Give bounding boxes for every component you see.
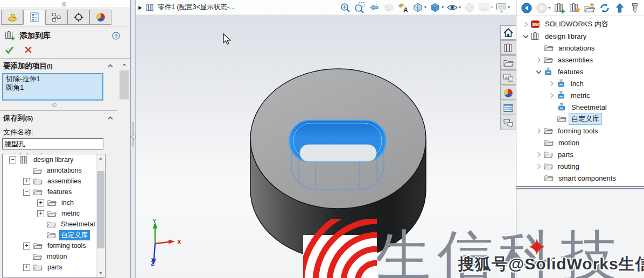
add-to-library-button[interactable]: [554, 2, 565, 14]
tree-scrollbar[interactable]: [96, 154, 105, 277]
listbox-resize-handle[interactable]: [52, 103, 57, 107]
help-icon[interactable]: ?: [111, 31, 121, 40]
expand-toggle[interactable]: +: [23, 178, 30, 185]
taskpane-tab-appearances[interactable]: [500, 85, 516, 100]
manager-tab-featuremanager[interactable]: [1, 10, 23, 25]
chevron-down-icon[interactable]: [535, 68, 543, 76]
tree-item-forming-tools[interactable]: forming tools: [516, 125, 644, 137]
manager-tab-displaymanager[interactable]: [89, 10, 111, 25]
new-folder-button[interactable]: [584, 2, 596, 14]
tree-item-label[interactable]: metric: [59, 209, 82, 218]
tree-item-inch[interactable]: +inch: [3, 197, 105, 208]
tree-item-label[interactable]: design library: [31, 155, 75, 164]
expand-toggle[interactable]: +: [23, 264, 30, 271]
panel-drag-handle[interactable]: [62, 2, 66, 6]
hide-show-items-dropdown-arrow[interactable]: ▾: [459, 5, 461, 10]
chevron-right-icon[interactable]: [535, 162, 543, 170]
tree-item-label[interactable]: 自定义库: [59, 230, 90, 240]
refresh-button[interactable]: [599, 2, 611, 14]
taskpane-tab-forum[interactable]: [500, 116, 516, 130]
tree-item-label[interactable]: metric: [569, 91, 592, 100]
tree-item-label[interactable]: inch: [59, 198, 76, 207]
apply-scene-dropdown-arrow[interactable]: ▾: [491, 5, 493, 10]
tree-item-label[interactable]: smart components: [556, 174, 618, 183]
display-style-button[interactable]: ▾: [429, 1, 444, 14]
tree-item-assemblies[interactable]: assemblies: [516, 54, 644, 66]
tree-item-design-library[interactable]: −design library: [3, 154, 105, 165]
chevron-down-icon[interactable]: [522, 32, 530, 40]
expand-toggle[interactable]: +: [37, 199, 44, 206]
display-style-dropdown-arrow[interactable]: ▾: [442, 5, 444, 10]
tree-item-label[interactable]: 自定义库: [569, 113, 601, 124]
tree-item-label[interactable]: forming tools: [556, 126, 600, 136]
scrollbar-thumb[interactable]: [97, 171, 104, 248]
tree-item-routing[interactable]: routing: [516, 160, 644, 172]
tree-item-label[interactable]: inch: [569, 79, 586, 88]
expand-toggle[interactable]: +: [23, 243, 30, 250]
scrollbar-thumb[interactable]: [120, 70, 129, 99]
items-to-add-listbox[interactable]: 切除-拉伸1圆角1: [2, 73, 103, 101]
taskpane-tab-home[interactable]: [500, 25, 516, 40]
tree-item-inch[interactable]: inch: [516, 77, 644, 89]
tree-item-label[interactable]: features: [45, 188, 74, 196]
tree-item-label[interactable]: assemblies: [556, 55, 595, 65]
tree-item-motion[interactable]: motion: [3, 251, 105, 262]
tree-item-motion[interactable]: motion: [516, 137, 644, 148]
item-to-add[interactable]: 圆角1: [3, 83, 102, 92]
cut-extrude-slot-feature[interactable]: [290, 120, 386, 161]
tree-item-label[interactable]: annotations: [556, 44, 597, 53]
taskpane-tab-custom-properties[interactable]: [500, 101, 516, 115]
annotation-views-button[interactable]: A: [397, 1, 410, 14]
tree-item-label[interactable]: routing: [556, 162, 582, 171]
tree-item-annotations[interactable]: annotations: [3, 165, 105, 176]
panel-scrollbar[interactable]: [120, 60, 129, 278]
tree-item-metric[interactable]: +metric: [3, 208, 105, 219]
tree-item-assemblies[interactable]: +assemblies: [3, 176, 105, 187]
tree-item-label[interactable]: design library: [543, 32, 589, 41]
graphics-viewport[interactable]: ▶ 零件1 (配置3<显示状态-... A▾▾▾▾▾: [136, 0, 516, 278]
manager-tab-configurationmanager[interactable]: [45, 10, 67, 25]
tree-item-label[interactable]: motion: [556, 138, 582, 147]
scroll-up-button[interactable]: [96, 154, 105, 163]
model-canvas[interactable]: [136, 15, 516, 278]
chevron-right-icon[interactable]: [535, 127, 543, 135]
view-settings-dropdown-arrow[interactable]: ▾: [508, 5, 510, 10]
tree-item-label[interactable]: motion: [45, 252, 69, 261]
manager-tab-dimxpertmanager[interactable]: [67, 10, 89, 25]
tree-item-features[interactable]: −features: [3, 187, 105, 197]
tree-item-forming-tools[interactable]: +forming tools: [3, 240, 105, 251]
previous-view-button[interactable]: [368, 1, 381, 14]
item-to-add[interactable]: 切除-拉伸1: [3, 75, 102, 83]
chevron-right-icon[interactable]: [548, 80, 556, 88]
breadcrumb-expand-icon[interactable]: ▶: [136, 5, 145, 10]
forward-dropdown-arrow[interactable]: ▾: [548, 5, 550, 10]
view-settings-button[interactable]: ▾: [495, 1, 510, 14]
zoom-to-area-button[interactable]: [353, 1, 366, 14]
tree-item-label[interactable]: features: [556, 67, 585, 76]
panel-splitter[interactable]: [131, 0, 136, 278]
tree-item-自定义库[interactable]: 自定义库: [3, 230, 105, 240]
add-file-location-button[interactable]: [569, 2, 580, 14]
move-up-button[interactable]: [614, 2, 626, 14]
back-button[interactable]: [521, 2, 533, 14]
taskpane-tab-view-palette[interactable]: [500, 70, 516, 85]
tree-item-label[interactable]: Sheetmetal: [569, 103, 609, 112]
tree-item-label[interactable]: assemblies: [45, 177, 83, 186]
expand-toggle[interactable]: +: [37, 210, 44, 217]
tree-item-label[interactable]: parts: [45, 263, 65, 272]
taskpane-tab-design-library[interactable]: [500, 40, 516, 55]
ok-button[interactable]: [4, 45, 15, 55]
view-orientation-dropdown-arrow[interactable]: ▾: [424, 5, 426, 10]
zoom-to-fit-button[interactable]: [339, 1, 352, 14]
tree-item-label[interactable]: forming tools: [45, 241, 88, 250]
manager-tab-propertymanager[interactable]: [23, 10, 45, 25]
tree-item-features[interactable]: features: [516, 66, 644, 77]
chevron-right-icon[interactable]: [535, 151, 543, 159]
taskpane-tab-file-explorer[interactable]: [500, 55, 516, 70]
tree-item-metric[interactable]: metric: [516, 89, 644, 101]
tree-item-annotations[interactable]: annotations: [516, 42, 644, 54]
chevron-right-icon[interactable]: [548, 91, 556, 99]
collapse-section-icon[interactable]: [107, 115, 115, 122]
file-name-input[interactable]: [2, 138, 103, 149]
tree-item-parts[interactable]: +parts: [3, 262, 105, 273]
